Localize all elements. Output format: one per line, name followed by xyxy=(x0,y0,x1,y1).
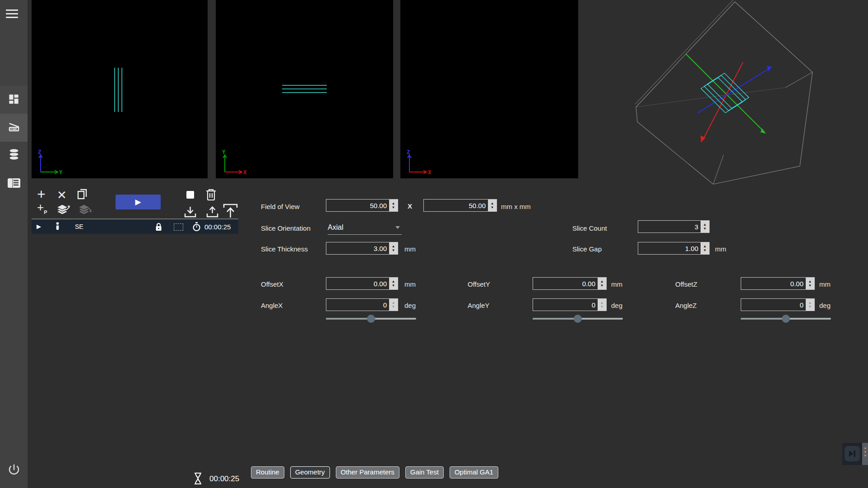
tab-gain-test[interactable]: Gain Test xyxy=(405,466,444,479)
widget-logo-icon[interactable] xyxy=(845,446,860,461)
tab-optimal-ga1[interactable]: Optimal GA1 xyxy=(450,466,498,479)
layers-export-icon[interactable] xyxy=(55,204,71,218)
play-icon: ▶ xyxy=(135,197,141,207)
offset-z-unit: mm xyxy=(819,280,831,288)
slice-gap-label: Slice Gap xyxy=(572,245,602,253)
sequence-play-icon[interactable]: ▶ xyxy=(37,223,41,230)
power-button[interactable] xyxy=(0,457,28,484)
offset-x-label: OffsetX xyxy=(261,280,283,288)
sequence-row[interactable]: ▶ SE 00:00:25 xyxy=(32,218,238,234)
spinner[interactable] xyxy=(389,242,398,254)
angle-x-label: AngleX xyxy=(261,302,283,309)
fov-label: Field of View xyxy=(261,203,300,210)
spinner[interactable] xyxy=(389,299,398,311)
spinner[interactable] xyxy=(389,278,398,289)
copy-icon[interactable] xyxy=(76,187,88,201)
slice-count-label: Slice Count xyxy=(572,224,607,232)
slice-thickness-unit: mm xyxy=(404,245,416,253)
sidebar-item-dashboard[interactable] xyxy=(0,86,28,114)
sequence-toolbar: + ✕ +P ▶ xyxy=(32,186,239,218)
axis-label-vertical: Z xyxy=(407,149,410,155)
download-icon[interactable] xyxy=(183,206,197,219)
viewport-coronal[interactable]: Y X xyxy=(216,0,393,178)
axis-label-horizontal: X xyxy=(243,169,247,176)
fov-x-input[interactable]: 50.00 xyxy=(326,199,398,212)
tab-other-parameters[interactable]: Other Parameters xyxy=(336,466,399,479)
spinner[interactable] xyxy=(701,221,709,232)
angle-y-slider[interactable] xyxy=(533,315,623,323)
sidebar-item-database[interactable] xyxy=(0,142,28,170)
angle-x-slider[interactable] xyxy=(326,315,416,323)
spinner[interactable] xyxy=(701,242,709,254)
slider-thumb[interactable] xyxy=(574,315,582,323)
3d-scene xyxy=(582,0,868,194)
stop-button[interactable] xyxy=(186,191,194,199)
sidebar xyxy=(0,0,28,488)
tab-routine[interactable]: Routine xyxy=(251,466,284,479)
offset-z-input[interactable]: 0.00 xyxy=(741,277,815,290)
scanner-icon xyxy=(7,120,21,135)
layers-import-icon[interactable] xyxy=(77,204,93,218)
power-icon xyxy=(7,463,21,478)
sequence-duration: 00:00:25 xyxy=(204,223,231,231)
spinner[interactable] xyxy=(806,299,814,311)
slice-line xyxy=(282,85,327,86)
axis-indicator: Z X xyxy=(403,149,433,177)
slice-count-input[interactable]: 3 xyxy=(638,220,710,233)
hourglass-icon xyxy=(194,472,202,487)
spinner[interactable] xyxy=(598,299,606,311)
slice-gap-unit: mm xyxy=(715,245,726,253)
close-icon[interactable]: ✕ xyxy=(57,189,67,201)
sidebar-item-scanner[interactable] xyxy=(0,114,28,142)
fov-unit: mm x mm xyxy=(501,203,531,210)
offset-x-input[interactable]: 0.00 xyxy=(326,277,398,290)
angle-y-unit: deg xyxy=(611,302,622,309)
trash-icon[interactable] xyxy=(205,188,217,202)
angle-y-input[interactable]: 0 xyxy=(533,298,607,311)
selection-box-icon[interactable] xyxy=(174,223,183,231)
menu-icon[interactable] xyxy=(6,9,19,19)
add-icon[interactable]: + xyxy=(37,187,46,201)
offset-y-input[interactable]: 0.00 xyxy=(533,277,607,290)
viewport-3d[interactable] xyxy=(582,0,868,194)
spinner[interactable] xyxy=(598,278,606,289)
parameter-tabs: Routine Geometry Other Parameters Gain T… xyxy=(251,466,498,479)
sequence-name: SE xyxy=(75,223,84,230)
dashboard-icon xyxy=(8,93,20,107)
viewport-sagittal[interactable]: Z Y xyxy=(32,0,208,178)
fov-y-input[interactable]: 50.00 xyxy=(423,199,497,212)
slice-thickness-input[interactable]: 3.00 xyxy=(326,242,398,255)
slice-thickness-label: Slice Thickness xyxy=(261,245,308,253)
play-button[interactable]: ▶ xyxy=(116,195,161,209)
angle-z-slider[interactable] xyxy=(741,315,831,323)
elapsed-time: 00:00:25 xyxy=(209,474,239,483)
slice-line xyxy=(282,88,327,89)
axis-label-vertical: Y xyxy=(222,149,226,155)
offset-y-label: OffsetY xyxy=(468,280,490,288)
upload-top-icon[interactable] xyxy=(222,203,239,220)
angle-x-unit: deg xyxy=(404,302,416,309)
spinner[interactable] xyxy=(389,200,398,211)
add-p-icon[interactable]: +P xyxy=(37,201,47,215)
stopwatch-icon xyxy=(192,222,201,233)
slider-thumb[interactable] xyxy=(782,315,790,323)
viewport-axial[interactable]: Z X xyxy=(400,0,578,178)
slice-orientation-label: Slice Orientation xyxy=(261,224,311,232)
tab-geometry[interactable]: Geometry xyxy=(290,466,330,479)
spinner[interactable] xyxy=(806,278,814,289)
slider-thumb[interactable] xyxy=(367,315,375,323)
angle-z-unit: deg xyxy=(819,302,831,309)
lock-icon xyxy=(155,223,162,233)
slice-gap-input[interactable]: 1.00 xyxy=(638,242,710,255)
slice-orientation-select[interactable]: Axial xyxy=(328,221,402,235)
axis-label-horizontal: Y xyxy=(59,169,63,176)
spinner[interactable] xyxy=(488,200,497,211)
sidebar-item-records[interactable] xyxy=(0,170,28,198)
upload-icon[interactable] xyxy=(205,206,219,219)
offset-y-unit: mm xyxy=(611,280,622,288)
angle-x-input[interactable]: 0 xyxy=(326,298,398,311)
angle-z-input[interactable]: 0 xyxy=(741,298,815,311)
axis-label-vertical: Z xyxy=(38,149,41,155)
floating-widget xyxy=(842,443,868,465)
axis-indicator: Z Y xyxy=(34,149,64,177)
